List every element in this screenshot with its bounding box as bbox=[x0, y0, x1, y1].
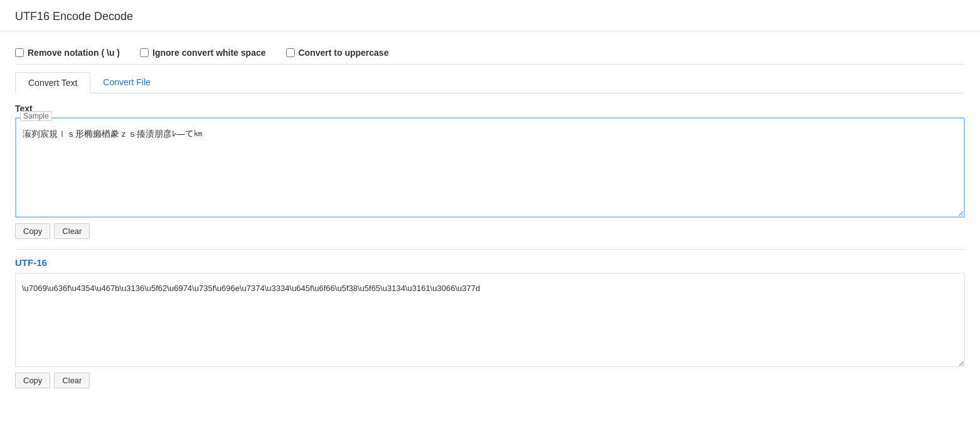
input-textarea-wrapper: Sample bbox=[15, 117, 965, 220]
convert-uppercase-option[interactable]: Convert to uppercase bbox=[286, 48, 389, 58]
remove-notation-label: Remove notation ( \u ) bbox=[28, 48, 120, 58]
tabs-row: Convert Text Convert File bbox=[15, 72, 965, 93]
sample-label: Sample bbox=[20, 111, 52, 121]
ignore-whitespace-checkbox[interactable] bbox=[140, 48, 149, 57]
remove-notation-checkbox[interactable] bbox=[15, 48, 24, 57]
tab-convert-text[interactable]: Convert Text bbox=[15, 72, 90, 93]
utf16-output[interactable] bbox=[15, 273, 965, 367]
options-row: Remove notation ( \u ) Ignore convert wh… bbox=[15, 41, 965, 65]
output-textarea-wrapper bbox=[15, 273, 965, 369]
copy-output-button[interactable]: Copy bbox=[15, 373, 50, 388]
page-wrapper: UTF16 Encode Decode Remove notation ( \u… bbox=[0, 0, 980, 441]
clear-input-button[interactable]: Clear bbox=[54, 223, 90, 239]
header: UTF16 Encode Decode bbox=[0, 0, 980, 31]
section-divider bbox=[15, 249, 965, 250]
text-input[interactable] bbox=[15, 117, 965, 218]
ignore-whitespace-option[interactable]: Ignore convert white space bbox=[140, 48, 266, 58]
text-section-label: Text bbox=[15, 104, 965, 114]
input-button-row: Copy Clear bbox=[15, 223, 965, 239]
convert-uppercase-label: Convert to uppercase bbox=[299, 48, 389, 58]
utf16-section-label: UTF-16 bbox=[15, 257, 965, 268]
output-button-row: Copy Clear bbox=[15, 373, 965, 388]
convert-uppercase-checkbox[interactable] bbox=[286, 48, 295, 57]
ignore-whitespace-label: Ignore convert white space bbox=[152, 48, 266, 58]
tab-convert-file[interactable]: Convert File bbox=[90, 72, 162, 93]
clear-output-button[interactable]: Clear bbox=[54, 373, 90, 388]
main-content: Remove notation ( \u ) Ignore convert wh… bbox=[0, 31, 980, 408]
remove-notation-option[interactable]: Remove notation ( \u ) bbox=[15, 48, 120, 58]
page-title: UTF16 Encode Decode bbox=[15, 10, 133, 23]
copy-input-button[interactable]: Copy bbox=[15, 223, 50, 239]
